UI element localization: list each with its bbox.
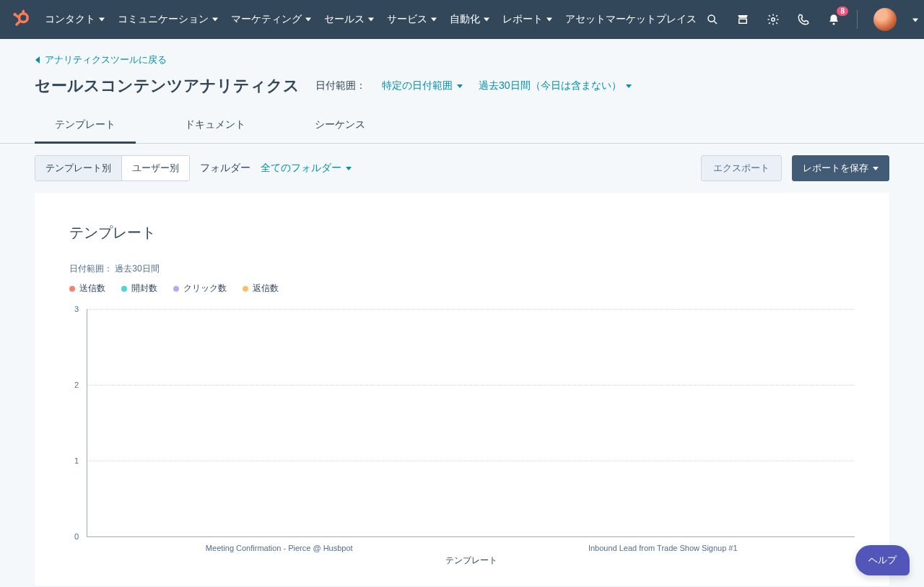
date-type-dropdown[interactable]: 特定の日付範囲 [382, 79, 463, 92]
phone-icon[interactable] [796, 12, 811, 27]
gridline [87, 385, 855, 386]
y-tick: 3 [74, 305, 79, 313]
gridline [87, 309, 855, 310]
folder-dropdown[interactable]: 全てのフォルダー [261, 162, 352, 175]
chevron-down-icon [484, 17, 489, 22]
settings-gear-icon[interactable] [766, 12, 780, 27]
tabs: テンプレートドキュメントシーケンス [0, 110, 924, 144]
group-by-user-button[interactable]: ユーザー別 [121, 156, 189, 181]
chevron-down-icon [368, 17, 374, 22]
nav-item[interactable]: コンタクト [45, 13, 105, 26]
folder-label: フォルダー [200, 162, 250, 175]
chevron-down-icon [873, 167, 879, 170]
x-tick: Inbound Lead from Trade Show Signup #1 [588, 544, 738, 552]
x-tick: Meeting Confirmation - Pierce @ Husbpot [206, 544, 353, 552]
divider [857, 10, 858, 29]
svg-rect-7 [739, 19, 747, 23]
svg-line-2 [17, 21, 20, 25]
chevron-down-icon [346, 167, 352, 170]
notification-badge: 8 [837, 6, 848, 16]
legend-item[interactable]: 送信数 [69, 282, 105, 295]
card-title: テンプレート [69, 223, 855, 243]
svg-point-5 [708, 15, 715, 22]
chevron-down-icon [99, 17, 105, 22]
group-by-template-button[interactable]: テンプレート別 [35, 156, 121, 181]
help-button[interactable]: ヘルプ [855, 545, 910, 575]
legend-item[interactable]: クリック数 [173, 282, 227, 295]
nav-item[interactable]: マーケティング [231, 13, 311, 26]
y-tick: 2 [74, 381, 79, 389]
chevron-down-icon [546, 17, 552, 22]
nav-item[interactable]: レポート [502, 13, 552, 26]
chevron-down-icon [305, 17, 311, 22]
nav-menu: コンタクトコミュニケーションマーケティングセールスサービス自動化レポートアセット… [45, 13, 697, 26]
chevron-down-icon [457, 84, 463, 88]
nav-item[interactable]: コミュニケーション [118, 13, 218, 26]
bar-chart: テンプレート 0123Meeting Confirmation - Pierce… [87, 309, 855, 569]
user-avatar[interactable] [873, 8, 897, 31]
gridline [87, 461, 855, 461]
nav-item[interactable]: セールス [324, 13, 374, 26]
account-menu-caret-icon[interactable] [912, 14, 918, 25]
export-button[interactable]: エクスポート [701, 155, 782, 181]
y-tick: 0 [74, 532, 79, 541]
top-nav: コンタクトコミュニケーションマーケティングセールスサービス自動化レポートアセット… [0, 0, 924, 39]
svg-point-9 [833, 23, 835, 25]
date-range-label: 日付範囲： [315, 79, 366, 92]
save-report-button[interactable]: レポートを保存 [792, 155, 889, 181]
notifications-bell-icon[interactable]: 8 [827, 12, 841, 27]
date-value-dropdown[interactable]: 過去30日間（今日は含まない） [479, 79, 632, 92]
legend-swatch-icon [69, 286, 75, 292]
back-link[interactable]: アナリティクスツールに戻る [35, 53, 167, 66]
tab-0[interactable]: テンプレート [35, 110, 136, 144]
legend-item[interactable]: 開封数 [121, 282, 157, 295]
chart-card: テンプレート 日付範囲： 過去30日間 送信数開封数クリック数返信数 テンプレー… [35, 193, 889, 586]
marketplace-icon[interactable] [736, 12, 750, 27]
chevron-down-icon [626, 84, 632, 88]
svg-line-6 [714, 21, 717, 24]
chevron-down-icon [431, 17, 437, 22]
tab-1[interactable]: ドキュメント [165, 110, 266, 144]
legend-swatch-icon [121, 286, 127, 292]
chevron-left-icon [35, 56, 40, 64]
svg-point-8 [772, 18, 775, 22]
tab-2[interactable]: シーケンス [295, 110, 385, 144]
legend-swatch-icon [243, 286, 248, 292]
chart-legend: 送信数開封数クリック数返信数 [69, 282, 855, 295]
nav-item[interactable]: アセットマーケットプレイス [565, 13, 697, 26]
grouping-segmented-control: テンプレート別 ユーザー別 [35, 155, 190, 181]
x-axis-label: テンプレート [445, 555, 497, 567]
toolbar: テンプレート別 ユーザー別 フォルダー 全てのフォルダー エクスポート レポート… [0, 144, 924, 193]
legend-swatch-icon [173, 286, 179, 292]
page-title: セールスコンテンツアナリティクス [35, 75, 300, 97]
back-link-label: アナリティクスツールに戻る [45, 53, 167, 66]
nav-item[interactable]: サービス [387, 13, 437, 26]
y-tick: 1 [74, 456, 79, 465]
search-icon[interactable] [705, 12, 720, 27]
legend-item[interactable]: 返信数 [243, 282, 279, 295]
chevron-down-icon [212, 17, 218, 22]
nav-right: 8 [697, 8, 918, 31]
card-meta: 日付範囲： 過去30日間 [69, 263, 855, 275]
hubspot-logo-icon[interactable] [12, 9, 32, 30]
nav-item[interactable]: 自動化 [450, 13, 489, 26]
